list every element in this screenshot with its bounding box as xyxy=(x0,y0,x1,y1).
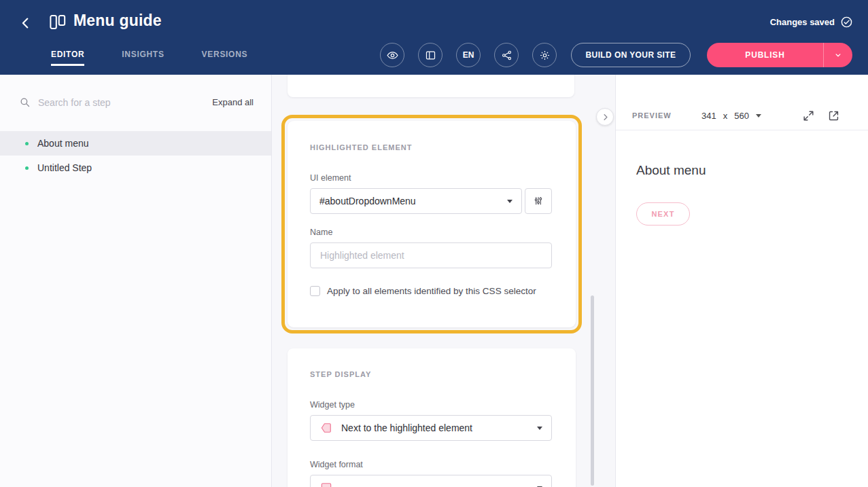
search-input[interactable] xyxy=(38,97,212,108)
sidebar-search-row: Expand all xyxy=(0,75,271,119)
chevron-down-icon xyxy=(833,50,843,60)
widget-format-select[interactable] xyxy=(310,475,552,487)
step-status-dot xyxy=(25,142,29,145)
collapse-panel-button[interactable] xyxy=(596,108,614,126)
tooltip-widget-icon xyxy=(319,421,333,435)
preview-title: PREVIEW xyxy=(632,111,672,120)
apply-all-label: Apply to all elements identified by this… xyxy=(327,286,536,296)
preview-eye-button[interactable] xyxy=(380,43,404,67)
step-editor-panel: HIGHLIGHTED ELEMENT UI element #aboutDro… xyxy=(273,75,615,487)
preview-step-title: About menu xyxy=(636,163,706,178)
publish-button[interactable]: PUBLISH xyxy=(707,43,824,67)
check-circle-icon xyxy=(840,16,853,29)
layout-button[interactable] xyxy=(418,43,442,67)
preview-dimensions-select[interactable]: 341 x 560 xyxy=(701,111,761,121)
tooltip-widget-icon xyxy=(319,481,333,487)
share-icon xyxy=(501,50,513,61)
expand-icon xyxy=(802,109,815,122)
preview-header-icons xyxy=(802,109,841,122)
name-label: Name xyxy=(310,228,332,237)
widget-type-label: Widget type xyxy=(310,400,355,410)
select-caret-icon xyxy=(537,427,542,430)
widget-format-label: Widget format xyxy=(310,460,363,469)
select-caret-icon xyxy=(507,200,513,203)
back-button[interactable] xyxy=(16,14,35,33)
widget-type-select[interactable]: Next to the highlighted element xyxy=(310,415,552,441)
caret-down-icon xyxy=(756,114,761,118)
chevron-right-icon xyxy=(601,113,610,122)
step-status-dot xyxy=(25,166,29,170)
steps-sidebar: Expand all About menu Untitled Step xyxy=(0,75,272,487)
fullscreen-button[interactable] xyxy=(802,109,816,122)
tab-versions[interactable]: VERSIONS xyxy=(202,50,248,66)
preview-next-button[interactable]: NEXT xyxy=(636,202,690,226)
step-item-about-menu[interactable]: About menu xyxy=(0,131,271,156)
search-icon xyxy=(19,96,31,108)
preview-dims-separator: x xyxy=(723,111,728,121)
highlighted-element-card: HIGHLIGHTED ELEMENT UI element #aboutDro… xyxy=(288,121,576,327)
step-list: About menu Untitled Step xyxy=(0,131,271,180)
settings-button[interactable] xyxy=(532,43,557,67)
page-title: Menu guide xyxy=(73,12,162,30)
preview-height: 560 xyxy=(734,111,749,121)
header-action-buttons: EN xyxy=(380,43,557,67)
element-settings-button[interactable] xyxy=(525,188,552,214)
section-title: HIGHLIGHTED ELEMENT xyxy=(310,143,412,151)
eye-icon xyxy=(387,50,398,61)
share-button[interactable] xyxy=(494,43,519,67)
widget-type-value: Next to the highlighted element xyxy=(341,422,472,433)
language-button[interactable]: EN xyxy=(456,43,481,67)
element-name-input[interactable] xyxy=(310,242,552,268)
open-in-new-tab-button[interactable] xyxy=(827,109,841,122)
preview-header: PREVIEW 341 x 560 xyxy=(616,101,868,130)
step-label: Untitled Step xyxy=(37,162,92,173)
ui-element-value: #aboutDropdownMenu xyxy=(319,196,416,206)
chevron-left-icon xyxy=(18,16,33,31)
tab-editor[interactable]: EDITOR xyxy=(51,50,84,66)
tab-insights[interactable]: INSIGHTS xyxy=(122,50,164,66)
publish-dropdown-button[interactable] xyxy=(824,43,852,67)
expand-all-link[interactable]: Expand all xyxy=(212,97,254,107)
language-label: EN xyxy=(463,50,474,60)
build-on-your-site-button[interactable]: BUILD ON YOUR SITE xyxy=(571,43,691,67)
changes-saved-label: Changes saved xyxy=(770,17,835,27)
preview-width: 341 xyxy=(701,111,716,121)
changes-saved-status: Changes saved xyxy=(770,16,853,29)
highlighted-section-outline: HIGHLIGHTED ELEMENT UI element #aboutDro… xyxy=(281,115,582,333)
step-item-untitled-step[interactable]: Untitled Step xyxy=(0,156,271,180)
gear-icon xyxy=(539,50,551,61)
top-header: Menu guide Changes saved EDITOR INSIGHTS… xyxy=(0,0,868,75)
ui-element-select[interactable]: #aboutDropdownMenu xyxy=(310,188,522,214)
section-title: STEP DISPLAY xyxy=(310,370,371,378)
preview-panel: PREVIEW 341 x 560 About menu NEXT xyxy=(615,75,868,487)
panel-layout-icon xyxy=(425,50,436,61)
step-display-card: STEP DISPLAY Widget type Next to the hig… xyxy=(288,348,576,487)
guide-icon xyxy=(48,13,67,31)
apply-all-row: Apply to all elements identified by this… xyxy=(310,286,536,296)
previous-settings-card xyxy=(288,75,574,97)
header-tabs: EDITOR INSIGHTS VERSIONS xyxy=(51,50,247,66)
external-link-icon xyxy=(827,109,840,122)
ui-element-label: UI element xyxy=(310,173,351,183)
apply-all-checkbox[interactable] xyxy=(310,286,320,296)
step-label: About menu xyxy=(37,138,89,149)
publish-split-button: PUBLISH xyxy=(707,43,852,67)
sliders-icon xyxy=(533,196,544,206)
editor-scrollbar[interactable] xyxy=(591,295,594,486)
